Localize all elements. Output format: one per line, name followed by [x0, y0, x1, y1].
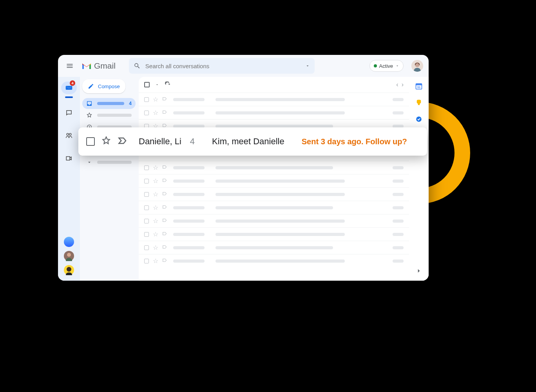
- status-label: Active: [379, 63, 393, 69]
- row-star-icon[interactable]: ☆: [153, 204, 158, 211]
- row-date-placeholder: [393, 111, 404, 114]
- gmail-logo[interactable]: Gmail: [81, 61, 116, 71]
- rail-contact-1[interactable]: [64, 237, 74, 247]
- row-sender-placeholder: [173, 180, 205, 183]
- email-row[interactable]: ☆: [139, 227, 409, 241]
- email-row[interactable]: ☆: [139, 161, 409, 174]
- status-chip[interactable]: Active: [369, 60, 404, 72]
- nav-placeholder: [97, 102, 124, 105]
- row-checkbox[interactable]: [144, 259, 149, 263]
- list-rows: ☆ ☆ ☆ ☆ ☆ ☆ ☆ ☆ ☆ ☆ ☆: [139, 93, 409, 281]
- search-input[interactable]: [145, 62, 301, 70]
- row-important-icon[interactable]: [118, 135, 129, 148]
- search-bar[interactable]: [129, 58, 315, 74]
- row-label-icon[interactable]: [162, 178, 168, 185]
- chevron-down-icon: [86, 159, 92, 165]
- row-subject-placeholder: [215, 220, 345, 223]
- email-row[interactable]: ☆: [139, 187, 409, 201]
- app-window: Gmail Active 4: [58, 55, 429, 281]
- pager-prev-icon[interactable]: ‹: [396, 81, 398, 88]
- row-nudge: Sent 3 days ago. Follow up?: [302, 137, 407, 146]
- email-row[interactable]: ☆: [139, 174, 409, 187]
- rail-spaces[interactable]: [61, 128, 77, 143]
- row-subject-placeholder: [215, 98, 345, 101]
- email-row[interactable]: ☆: [139, 241, 409, 254]
- row-checkbox[interactable]: [144, 192, 149, 197]
- row-star-icon[interactable]: ☆: [153, 164, 158, 171]
- svg-point-3: [69, 133, 71, 135]
- row-star-icon[interactable]: ☆: [153, 96, 158, 103]
- row-star-icon[interactable]: ☆: [153, 257, 158, 265]
- row-label-icon[interactable]: [162, 191, 168, 198]
- row-label-icon[interactable]: [162, 258, 168, 265]
- pencil-icon: [88, 83, 94, 89]
- rail-active-indicator: [65, 96, 73, 98]
- row-checkbox[interactable]: [144, 245, 149, 250]
- row-sender-placeholder: [173, 98, 205, 101]
- meet-icon: [65, 155, 72, 162]
- row-checkbox[interactable]: [144, 232, 149, 237]
- list-toolbar: ‹ ›: [139, 77, 409, 93]
- row-label-icon[interactable]: [162, 244, 168, 251]
- spaces-icon: [65, 132, 73, 140]
- keep-icon: [415, 99, 422, 106]
- email-row[interactable]: ☆: [139, 93, 409, 106]
- search-options-icon[interactable]: [305, 64, 310, 68]
- rail-contact-3[interactable]: [64, 265, 74, 275]
- row-label-icon[interactable]: [162, 218, 168, 225]
- sidepanel-expand[interactable]: [415, 267, 422, 281]
- row-sender-placeholder: [173, 206, 205, 209]
- row-subject-placeholder: [215, 193, 345, 196]
- row-star-icon[interactable]: ☆: [153, 244, 158, 251]
- sidebar-starred[interactable]: [82, 110, 136, 121]
- email-row[interactable]: ☆: [139, 106, 409, 119]
- pager-next-icon[interactable]: ›: [402, 81, 404, 88]
- sidebar-inbox[interactable]: 4: [82, 98, 136, 109]
- row-star-icon[interactable]: ☆: [153, 177, 158, 185]
- select-all-checkbox[interactable]: [144, 82, 150, 87]
- row-star-icon[interactable]: ☆: [153, 191, 158, 198]
- row-date-placeholder: [393, 260, 404, 263]
- row-label-icon[interactable]: [162, 204, 168, 211]
- rail-meet[interactable]: [61, 151, 77, 166]
- sidepanel-calendar[interactable]: 31: [415, 82, 423, 90]
- row-star-icon[interactable]: ☆: [153, 217, 158, 225]
- row-checkbox[interactable]: [144, 219, 149, 223]
- row-star-icon[interactable]: ☆: [153, 230, 158, 238]
- svg-rect-8: [416, 83, 422, 85]
- row-label-icon[interactable]: [162, 231, 168, 238]
- row-subject: Kim, meet Danielle: [212, 136, 284, 147]
- highlighted-email-row[interactable]: Danielle, Li 4 Kim, meet Danielle Sent 3…: [78, 127, 427, 156]
- refresh-icon[interactable]: [165, 82, 171, 88]
- row-label-icon[interactable]: [162, 109, 168, 116]
- side-panel: 31: [409, 77, 429, 281]
- account-avatar[interactable]: [411, 60, 423, 72]
- svg-point-4: [67, 253, 71, 257]
- compose-button[interactable]: Compose: [82, 79, 125, 93]
- sidebar-more[interactable]: [82, 157, 136, 168]
- email-row[interactable]: ☆: [139, 214, 409, 227]
- row-checkbox[interactable]: [144, 165, 149, 170]
- row-star-icon[interactable]: ☆: [153, 109, 158, 116]
- row-checkbox[interactable]: [86, 137, 95, 146]
- row-label-icon[interactable]: [162, 96, 168, 103]
- sidepanel-keep[interactable]: [415, 99, 423, 107]
- tasks-icon: [415, 116, 422, 123]
- row-sender-placeholder: [173, 233, 205, 236]
- rail-contact-2[interactable]: [64, 251, 74, 261]
- row-checkbox[interactable]: [144, 111, 149, 115]
- row-checkbox[interactable]: [144, 179, 149, 183]
- rail-mail[interactable]: 4: [61, 82, 77, 94]
- email-row[interactable]: ☆: [139, 201, 409, 214]
- row-subject-placeholder: [215, 166, 333, 169]
- select-dropdown-icon[interactable]: [155, 83, 159, 87]
- main-menu-button[interactable]: [62, 58, 78, 74]
- row-star-icon[interactable]: [101, 136, 111, 147]
- row-checkbox[interactable]: [144, 97, 149, 102]
- email-row[interactable]: ☆: [139, 254, 409, 267]
- row-label-icon[interactable]: [162, 164, 168, 171]
- rail-chat[interactable]: [61, 105, 77, 121]
- nav-placeholder: [97, 114, 132, 117]
- sidepanel-tasks[interactable]: [415, 115, 423, 123]
- row-checkbox[interactable]: [144, 205, 149, 210]
